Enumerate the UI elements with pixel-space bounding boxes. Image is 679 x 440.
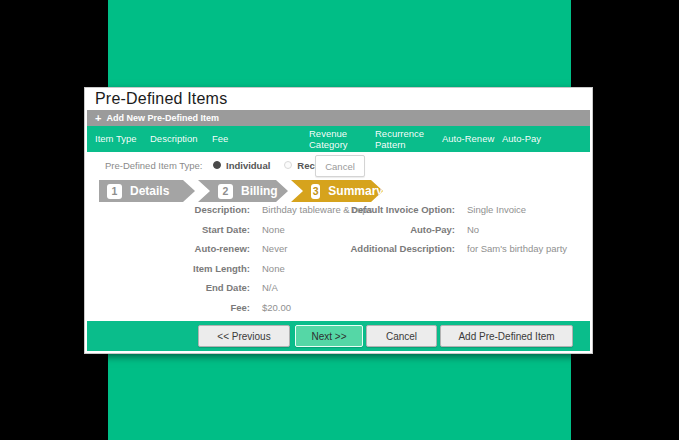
column-header-revenue-category: Revenue Category: [309, 128, 375, 151]
column-header-fee: Fee: [212, 133, 309, 144]
plus-icon: +: [95, 113, 101, 124]
radio-unselected-icon[interactable]: [284, 161, 292, 169]
step-number-badge: 3: [311, 184, 320, 199]
summary-label: Auto-renew:: [85, 243, 250, 254]
summary-label: Description:: [85, 204, 250, 215]
step-billing-label: Billing: [241, 184, 278, 198]
wizard-step-details[interactable]: 1 Details: [99, 180, 195, 202]
column-header-auto-renew: Auto-Renew: [442, 133, 502, 144]
summary-label: Item Length:: [85, 263, 250, 274]
summary-value: $20.00: [262, 302, 291, 313]
desktop-background: Pre-Defined Items + Add New Pre-Defined …: [0, 0, 679, 440]
summary-value: No: [467, 224, 479, 235]
radio-option-individual[interactable]: Individual: [213, 160, 270, 171]
step-details-label: Details: [130, 184, 169, 198]
page-title: Pre-Defined Items: [95, 90, 227, 108]
summary-row-fee: Fee: $20.00: [85, 298, 445, 318]
add-new-pre-defined-item-label: Add New Pre-Defined Item: [106, 113, 219, 123]
item-type-selector-label: Pre-Defined Item Type:: [105, 160, 213, 171]
column-header-description: Description: [150, 133, 212, 144]
summary-right-column: Default Invoice Option: Single Invoice A…: [270, 200, 592, 259]
column-header-recurrence-pattern: Recurrence Pattern: [375, 128, 442, 151]
summary-row-item-length: Item Length: None: [85, 259, 445, 279]
wizard-step-billing[interactable]: 2 Billing: [198, 180, 288, 202]
previous-button[interactable]: << Previous: [198, 325, 290, 347]
summary-label: Additional Description:: [270, 243, 455, 254]
summary-value: for Sam's birthday party: [467, 243, 567, 254]
column-header-item-type: Item Type: [87, 133, 150, 144]
wizard-step-summary-active[interactable]: 3 Summary: [291, 180, 383, 202]
items-table-header: Item Type Description Fee Revenue Catego…: [87, 126, 590, 152]
summary-value: N/A: [262, 282, 278, 293]
cancel-type-button[interactable]: Cancel: [315, 155, 365, 177]
next-button[interactable]: Next >>: [295, 325, 363, 347]
radio-individual-label: Individual: [226, 160, 270, 171]
summary-label: Fee:: [85, 302, 250, 313]
summary-label: End Date:: [85, 282, 250, 293]
summary-row-default-invoice-option: Default Invoice Option: Single Invoice: [270, 200, 592, 220]
summary-label: Start Date:: [85, 224, 250, 235]
step-summary-label: Summary: [328, 184, 383, 198]
step-number-badge: 1: [107, 184, 122, 199]
pre-defined-items-dialog: Pre-Defined Items + Add New Pre-Defined …: [85, 88, 592, 353]
step-number-badge: 2: [218, 184, 233, 199]
wizard-steps: 1 Details 2 Billing 3 Summary: [85, 180, 592, 202]
summary-value: Single Invoice: [467, 204, 526, 215]
summary-value: None: [262, 263, 285, 274]
radio-selected-icon[interactable]: [213, 161, 221, 169]
summary-label: Auto-Pay:: [270, 224, 455, 235]
summary-row-auto-pay: Auto-Pay: No: [270, 220, 592, 240]
add-new-pre-defined-item-bar[interactable]: + Add New Pre-Defined Item: [87, 110, 590, 126]
footer-action-bar: << Previous Next >> Cancel Add Pre-Defin…: [87, 321, 590, 351]
summary-label: Default Invoice Option:: [270, 204, 455, 215]
add-pre-defined-item-button[interactable]: Add Pre-Defined Item: [440, 325, 573, 347]
cancel-button[interactable]: Cancel: [366, 325, 437, 347]
column-header-auto-pay: Auto-Pay: [502, 133, 547, 144]
summary-row-additional-description: Additional Description: for Sam's birthd…: [270, 239, 592, 259]
summary-row-end-date: End Date: N/A: [85, 278, 445, 298]
